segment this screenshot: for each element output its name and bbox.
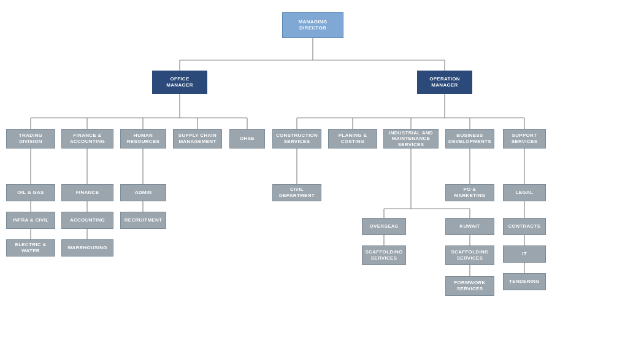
formwork-services-node: FORMWORKSERVICES (445, 276, 494, 296)
tendering-node: TENDERING (503, 273, 546, 290)
scaffolding-kuwait-node: SCAFFOLDINGSERVICES (445, 245, 494, 265)
human-resources-node: HUMANRESOURCES (120, 129, 166, 149)
managing-director-node: MANAGINGDIRECTOR (282, 12, 343, 38)
operation-manager-node: OPERATIONMANAGER (417, 71, 472, 94)
connectors (0, 0, 644, 359)
electric-water-node: ELECTRIC & WATER (6, 239, 55, 257)
contracts-node: CONTRACTS (503, 218, 546, 235)
overseas-node: OVERSEAS (362, 218, 406, 235)
infra-civil-node: INFRA & CIVIL (6, 212, 55, 229)
it-node: IT (503, 245, 546, 263)
org-chart: MANAGINGDIRECTOR OFFICEMANAGER OPERATION… (0, 0, 644, 359)
supply-chain-node: SUPPLY CHAINMANAGEMENT (173, 129, 222, 149)
warehousing-node: WAREHOUSING (61, 239, 113, 257)
po-marketing-node: PO & MARKETING (445, 184, 494, 201)
finance-accounting-node: FINANCE &ACCOUNTING (61, 129, 113, 149)
planing-costing-node: PLANING &COSTING (328, 129, 377, 149)
oil-gas-node: OIL & GAS (6, 184, 55, 201)
admin-node: ADMIN (120, 184, 166, 201)
office-manager-node: OFFICEMANAGER (152, 71, 207, 94)
kuwait-node: KUWAIT (445, 218, 494, 235)
ohse-node: OHSE (229, 129, 265, 149)
accounting-node: ACCOUNTING (61, 212, 113, 229)
industrial-maintenance-node: INDUSTRIAL ANDMAINTENANCE SERVICES (383, 129, 439, 149)
construction-services-node: CONSTRUCTIONSERVICES (272, 129, 321, 149)
support-services-node: SUPPORTSERVICES (503, 129, 546, 149)
recruitment-node: RECRUITMENT (120, 212, 166, 229)
civil-department-node: CIVIL DEPARTMENT (272, 184, 321, 201)
legal-node: LEGAL (503, 184, 546, 201)
business-developments-node: BUSINESSDEVELOPMENTS (445, 129, 494, 149)
finance-node: FINANCE (61, 184, 113, 201)
trading-division-node: TRADING DIVISION (6, 129, 55, 149)
scaffolding-overseas-node: SCAFFOLDINGSERVICES (362, 245, 406, 265)
